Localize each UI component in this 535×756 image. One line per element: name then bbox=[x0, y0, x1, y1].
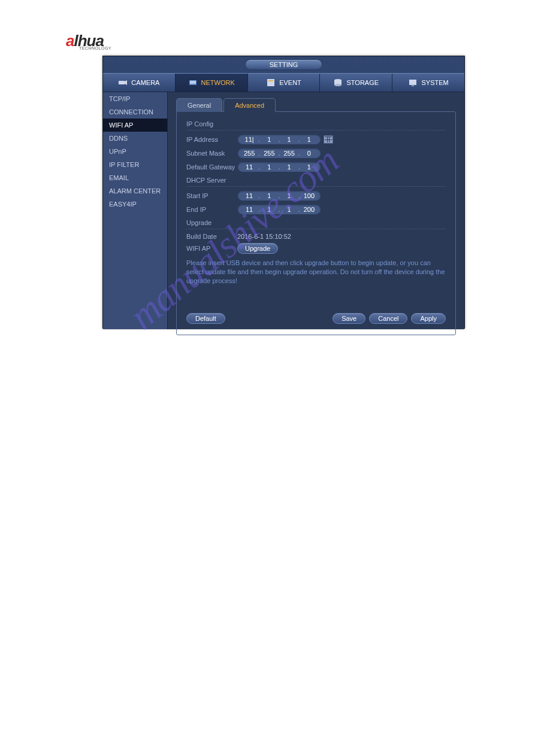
tab-label: NETWORK bbox=[201, 79, 235, 86]
default-button[interactable]: Default bbox=[186, 313, 225, 324]
sidebar-item-connection[interactable]: CONNECTION bbox=[103, 105, 167, 119]
tab-label: SYSTEM bbox=[421, 79, 448, 86]
keypad-icon[interactable] bbox=[324, 135, 333, 144]
end-ip-input[interactable]: 11. 1. 1. 200 bbox=[237, 204, 321, 215]
upgrade-button[interactable]: Upgrade bbox=[237, 243, 278, 254]
tab-network[interactable]: NETWORK bbox=[176, 74, 248, 92]
value-build-date: 2016-6-1 15:10:52 bbox=[237, 233, 291, 240]
svg-rect-4 bbox=[267, 79, 274, 86]
ip-address-input[interactable]: 11|. 1. 1. 1 bbox=[237, 134, 321, 145]
tab-label: STORAGE bbox=[346, 79, 379, 86]
sidebar-item-tcpip[interactable]: TCP/IP bbox=[103, 92, 167, 105]
default-gateway-input[interactable]: 11. 1. 1. 1 bbox=[237, 162, 321, 172]
sidebar-item-upnp[interactable]: UPnP bbox=[103, 145, 167, 158]
sidebar-item-email[interactable]: EMAIL bbox=[103, 171, 167, 184]
section-upgrade: Upgrade bbox=[186, 218, 446, 229]
sidebar-item-ip-filter[interactable]: IP FILTER bbox=[103, 158, 167, 171]
label-default-gateway: Default Gateway bbox=[186, 163, 237, 171]
label-wifi-ap: WIFI AP bbox=[186, 245, 237, 252]
sidebar-item-alarm-center[interactable]: ALARM CENTER bbox=[103, 184, 167, 198]
section-dhcp-server: DHCP Server bbox=[186, 175, 446, 187]
tab-event[interactable]: EVENT bbox=[248, 74, 321, 92]
tab-storage[interactable]: STORAGE bbox=[320, 74, 392, 92]
sidebar: TCP/IP CONNECTION WIFI AP DDNS UPnP IP F… bbox=[103, 92, 168, 329]
subtab-advanced[interactable]: Advanced bbox=[223, 98, 276, 112]
event-icon bbox=[266, 78, 276, 87]
tab-label: EVENT bbox=[279, 79, 301, 86]
svg-rect-0 bbox=[119, 81, 125, 84]
advanced-panel: IP Config IP Address 11|. 1. 1. 1 Subnet… bbox=[176, 111, 456, 335]
content-panel: General Advanced IP Config IP Address 11… bbox=[168, 92, 464, 329]
window-title: SETTING bbox=[245, 59, 323, 70]
label-build-date: Build Date bbox=[186, 233, 237, 240]
svg-rect-5 bbox=[268, 80, 273, 81]
storage-icon bbox=[333, 78, 343, 87]
network-icon bbox=[188, 78, 198, 87]
label-end-ip: End IP bbox=[186, 206, 237, 213]
svg-point-8 bbox=[334, 84, 341, 86]
svg-marker-1 bbox=[125, 80, 127, 85]
sidebar-item-ddns[interactable]: DDNS bbox=[103, 132, 167, 145]
tab-label: CAMERA bbox=[131, 79, 159, 86]
section-ip-config: IP Config bbox=[186, 119, 446, 130]
subnet-mask-input[interactable]: 255. 255. 255. 0 bbox=[237, 148, 321, 159]
brand-logo-sub: TECHNOLOGY bbox=[79, 46, 111, 50]
label-ip-address: IP Address bbox=[186, 136, 237, 143]
apply-button[interactable]: Apply bbox=[411, 313, 446, 324]
save-button[interactable]: Save bbox=[333, 313, 365, 324]
svg-rect-9 bbox=[409, 80, 416, 85]
svg-rect-3 bbox=[190, 81, 196, 84]
sidebar-item-easy4ip[interactable]: EASY4IP bbox=[103, 198, 167, 211]
start-ip-input[interactable]: 11. 1. 1. 100 bbox=[237, 190, 321, 201]
subtab-general[interactable]: General bbox=[176, 98, 222, 112]
settings-window: SETTING CAMERA NETWORK EVENT STORAGE bbox=[102, 56, 465, 329]
label-subnet-mask: Subnet Mask bbox=[186, 150, 237, 157]
tab-system[interactable]: SYSTEM bbox=[392, 74, 464, 92]
tab-camera[interactable]: CAMERA bbox=[103, 74, 176, 92]
cancel-button[interactable]: Cancel bbox=[369, 313, 407, 324]
upgrade-note: Please insert USB device and then click … bbox=[186, 259, 446, 286]
system-icon bbox=[408, 78, 418, 87]
camera-icon bbox=[118, 78, 128, 87]
label-start-ip: Start IP bbox=[186, 192, 237, 199]
main-tab-bar: CAMERA NETWORK EVENT STORAGE SYSTEM bbox=[103, 73, 464, 92]
sidebar-item-wifi-ap[interactable]: WIFI AP bbox=[103, 119, 167, 132]
title-bar: SETTING bbox=[103, 56, 464, 73]
svg-rect-10 bbox=[412, 86, 414, 86]
